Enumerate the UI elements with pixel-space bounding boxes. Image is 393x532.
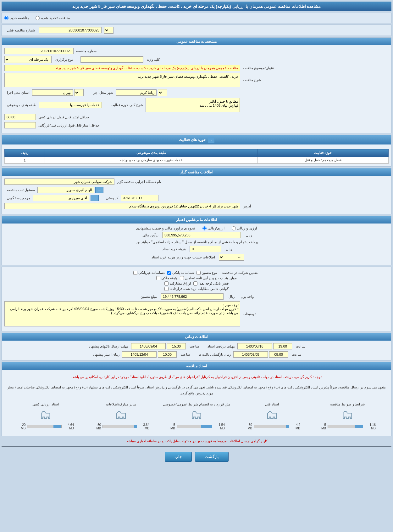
property-check[interactable] xyxy=(156,276,160,280)
validity-time-unit: ساعت xyxy=(180,353,190,357)
executor-input[interactable] xyxy=(4,178,114,185)
account-select[interactable]: -- xyxy=(219,254,244,261)
type-select[interactable]: یک مرحله ای xyxy=(4,56,52,63)
doc-receive-time-input[interactable] xyxy=(273,343,292,349)
reference-group: ... مرجع پاسخگویی xyxy=(4,195,99,201)
open-time-input[interactable] xyxy=(269,351,288,358)
province-arrow[interactable]: ▼ xyxy=(74,89,84,96)
cases-check[interactable] xyxy=(180,276,184,280)
responsible-input[interactable] xyxy=(37,187,94,193)
file-label: سایر مدارک/اطلاعات xyxy=(106,402,136,406)
new-tender-option[interactable]: مناقصه جدید xyxy=(4,16,29,20)
prev-tender-input[interactable] xyxy=(39,27,102,33)
col-activity: حوزه فعالیت xyxy=(258,149,389,157)
file-item: سایر مدارک/اطلاعات 🗂 3.64 MB 50 MB xyxy=(86,402,156,430)
progress-container: 4.64 MB 20 MB xyxy=(17,423,74,430)
province-input[interactable] xyxy=(32,89,73,96)
file-max: 50 MB xyxy=(93,423,101,430)
desc-guarantee-textarea[interactable]: توجه مهم : *آخرین مهلت ارسال اصل باکت ال… xyxy=(4,301,240,326)
subject-input[interactable] xyxy=(39,102,102,108)
unit-value: ریال xyxy=(229,295,235,299)
print-button[interactable]: چاپ xyxy=(165,452,192,462)
responsible-more-btn[interactable]: ... xyxy=(95,187,103,193)
doc-send-group: ساعت مهلت ارسال باکتهای پیشنهاد xyxy=(86,343,200,349)
nonbank-guarantee-option[interactable]: ضمانتنامه غیربانکی xyxy=(133,271,165,275)
file-current: 4.64 MB xyxy=(63,423,74,430)
currency-rial-option[interactable]: ارزی/ریالی xyxy=(202,226,224,230)
file-icon: 🗂 xyxy=(39,408,52,422)
progress-bar xyxy=(177,425,212,428)
file-icon: 🗂 xyxy=(266,408,278,422)
city-input[interactable] xyxy=(116,89,157,96)
open-label: زمان بازگشایی باکت ها xyxy=(198,353,231,357)
property-option[interactable]: وثیقه ملکی xyxy=(156,276,177,280)
doc-receive-date-input[interactable] xyxy=(237,343,272,349)
doc-send-time-input[interactable] xyxy=(167,343,186,349)
row-num-cell: 1 xyxy=(5,157,45,164)
col-subject: طبقه بندی موضوعی xyxy=(45,149,257,157)
min-score2-input[interactable] xyxy=(4,122,36,128)
title-input[interactable] xyxy=(4,65,240,71)
zipcode-input[interactable] xyxy=(121,195,158,201)
type-guarantee-check[interactable] xyxy=(196,271,201,275)
progress-container: 1.16 MB 5 MB xyxy=(319,423,376,430)
cash-option[interactable]: فیش بانکی (وجه نقد) xyxy=(193,281,229,286)
reference-input[interactable] xyxy=(33,195,89,201)
desc-textarea[interactable]: خرید ، کاشت، حفظ ، نگهداری وتوسعه فضای س… xyxy=(4,73,240,87)
nonbank-guarantee-check[interactable] xyxy=(133,271,137,275)
keyword-input[interactable] xyxy=(80,56,143,63)
renewed-tender-label: مناقصه تجدید شده xyxy=(41,16,70,20)
doc-send-date-input[interactable] xyxy=(131,343,166,349)
guarantee-options3: گواهی خالص مطالبات تایید شده قراردادها xyxy=(4,287,389,291)
doc-send-label: مهلت ارسال باکتهای پیشنهاد xyxy=(89,344,129,348)
validity-time-input[interactable] xyxy=(158,351,177,358)
renewed-tender-radio[interactable] xyxy=(36,16,40,20)
responsible-group: ... مسئول ثبت مناقصه xyxy=(4,187,103,193)
bonds-check[interactable] xyxy=(164,281,169,286)
progress-fill xyxy=(134,425,137,428)
currency-row: ارزی و ریالی ارزی/ریالی نحوه ی برآورد ما… xyxy=(4,226,389,230)
deed-cost-input[interactable] xyxy=(190,246,221,252)
cash-check[interactable] xyxy=(193,281,197,286)
bonds-option[interactable]: اوراق مشارکت xyxy=(164,281,191,286)
estimate-unit: ریال xyxy=(246,233,252,237)
certificate-option[interactable]: گواهی خالص مطالبات تایید شده قراردادها xyxy=(164,287,228,291)
type-guarantee-option[interactable]: نوع تضمین xyxy=(196,271,217,275)
open-date-input[interactable] xyxy=(233,351,268,358)
subject-group: طبقه بندی موضوعی xyxy=(4,98,102,112)
type-group: نوع برگزاری یک مرحله ای xyxy=(4,56,74,63)
file-label: شرایط و ضوابط مناقصه xyxy=(330,402,364,406)
address-input[interactable] xyxy=(4,203,240,209)
estimate-input[interactable] xyxy=(162,232,241,238)
cases-option[interactable]: موارد بند ب ، ج و خ آیین نامه تضامین xyxy=(180,276,237,280)
scope-textarea[interactable]: مطابق با جدول آنالیز فهارس بهای 1403 می … xyxy=(146,98,240,112)
keyword-group: کلید واژه xyxy=(80,56,161,63)
city-arrow[interactable]: ▼ xyxy=(158,89,167,96)
table-row: فصل هیجدهم: حمل و نقل خدمات-فهرست بهای س… xyxy=(5,157,389,164)
back-button[interactable]: بازگشت xyxy=(195,452,229,462)
prev-tender-select[interactable]: ▼ xyxy=(104,27,113,34)
currency-both-option[interactable]: ارزی و ریالی xyxy=(232,226,257,230)
currency-rial-radio[interactable] xyxy=(202,226,207,230)
collapse-button[interactable]: - xyxy=(208,137,214,143)
currency-both-radio[interactable] xyxy=(232,226,236,230)
certificate-check[interactable] xyxy=(164,287,169,291)
bank-guarantee-check[interactable] xyxy=(167,271,171,275)
guarantee-amount-input[interactable] xyxy=(161,293,224,300)
progress-container: 3.64 MB 50 MB xyxy=(93,423,149,430)
deed-cost-row: ریال هزینه خرید اسناد xyxy=(4,246,389,252)
reference-more-btn[interactable]: ... xyxy=(91,195,99,201)
bank-guarantee-option[interactable]: ضمانتنامه بانکی xyxy=(167,271,194,275)
col-row: ردیف xyxy=(5,149,45,157)
file-max: 50 MB xyxy=(244,423,252,430)
new-tender-radio[interactable] xyxy=(4,16,8,20)
validity-date-input[interactable] xyxy=(122,351,157,358)
file-label: متن قرارداد به انضمام شرایط عمومی/خصوصی xyxy=(163,402,230,406)
tender-number-input[interactable] xyxy=(4,48,74,54)
file-icon: 🗂 xyxy=(190,408,203,422)
open-time-unit: ساعت xyxy=(292,353,301,357)
min-score-input[interactable] xyxy=(4,114,36,120)
renewed-tender-option[interactable]: مناقصه تجدید شده xyxy=(36,16,70,20)
bottom-notice: کاربر گرامی ارسال اطلاعات مربوط به فهرست… xyxy=(2,438,391,445)
financial-header: اطلاعات مالی/تامین اعتبار xyxy=(2,216,391,224)
